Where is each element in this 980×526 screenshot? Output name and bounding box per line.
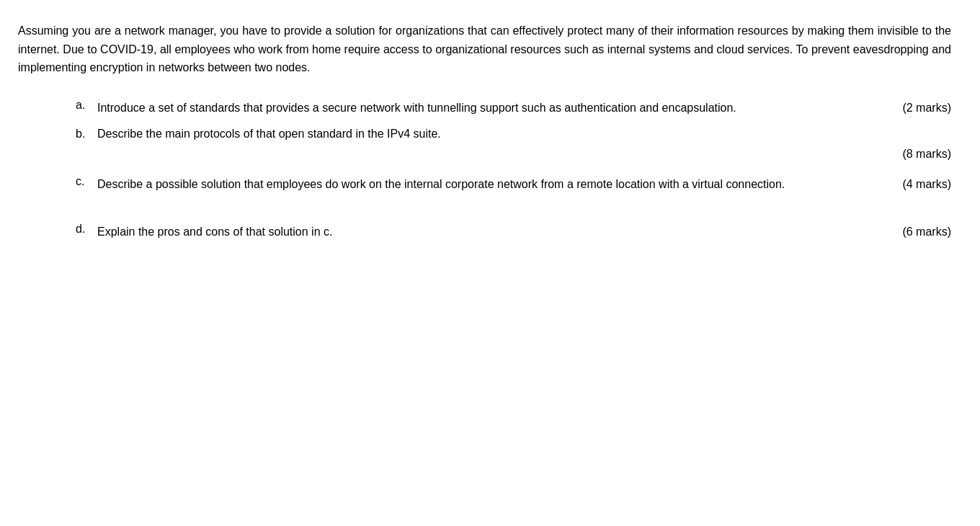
intro-paragraph: Assuming you are a network manager, you … <box>18 22 951 77</box>
question-body-d: Explain the pros and cons of that soluti… <box>97 223 951 241</box>
page-content: Assuming you are a network manager, you … <box>18 22 951 241</box>
question-label-a: a. <box>76 99 97 112</box>
question-item-a: a. Introduce a set of standards that pro… <box>76 99 951 117</box>
question-label-b: b. <box>76 128 97 141</box>
question-item-c: c. Describe a possible solution that emp… <box>76 175 951 194</box>
question-item-d: d. Explain the pros and cons of that sol… <box>76 223 951 241</box>
questions-list: a. Introduce a set of standards that pro… <box>76 99 951 241</box>
spacer <box>76 208 951 223</box>
question-marks-b: (8 marks) <box>902 148 951 161</box>
question-text-d: Explain the pros and cons of that soluti… <box>97 223 902 241</box>
question-label-c: c. <box>76 175 97 188</box>
question-label-d: d. <box>76 223 97 236</box>
question-marks-b-line: (8 marks) <box>76 148 951 161</box>
question-text-b: Describe the main protocols of that open… <box>97 128 455 140</box>
question-item-b: b. Describe the main protocols of that o… <box>76 128 951 141</box>
question-marks-d: (6 marks) <box>902 223 951 241</box>
question-text-a: Introduce a set of standards that provid… <box>97 99 902 117</box>
question-body-a: Introduce a set of standards that provid… <box>97 99 951 117</box>
question-marks-a: (2 marks) <box>902 99 951 117</box>
question-marks-c: (4 marks) <box>902 175 951 194</box>
question-body-b: Describe the main protocols of that open… <box>97 128 951 141</box>
question-text-c: Describe a possible solution that employ… <box>97 175 902 194</box>
question-body-c: Describe a possible solution that employ… <box>97 175 951 194</box>
